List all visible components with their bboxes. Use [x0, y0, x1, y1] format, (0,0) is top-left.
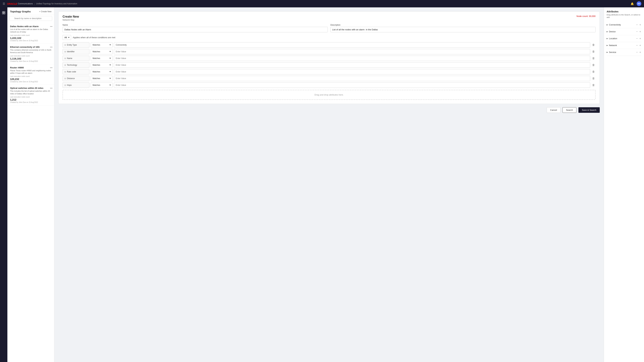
attr-group-remove-btn[interactable]: −: [636, 44, 638, 47]
attr-group-add-btn[interactable]: +: [639, 37, 641, 40]
filter-delete-button-0[interactable]: 🗑: [592, 43, 596, 47]
attr-group-remove-btn[interactable]: −: [636, 37, 638, 40]
filter-value-input-0[interactable]: [114, 42, 590, 48]
filter-matches-select-2[interactable]: Matches Does not match Contains: [91, 56, 112, 61]
name-input[interactable]: [62, 27, 328, 32]
filter-matches-select-1[interactable]: Matches Does not match Contains: [91, 49, 112, 54]
svg-rect-3: [4, 13, 5, 14]
filter-delete-button-1[interactable]: 🗑: [592, 49, 596, 54]
chevron-right-icon: ▶: [606, 51, 608, 53]
filter-matches-select-5[interactable]: Matches Does not match Contains: [91, 76, 112, 81]
sidebar-item-menu[interactable]: •••: [50, 87, 52, 89]
attr-group-actions: − +: [636, 51, 641, 54]
attr-group-add-btn[interactable]: +: [639, 44, 641, 47]
filter-delete-button-4[interactable]: 🗑: [592, 69, 596, 74]
save-search-button[interactable]: Save & Search: [578, 107, 600, 113]
filter-value-input-5[interactable]: [114, 76, 590, 81]
attr-group-header-service[interactable]: ▶ Service − +: [606, 49, 641, 56]
attr-group-left: ▶ Device: [606, 30, 616, 33]
main-layout: Topology Graphs + Create New 🔍 Dallas No…: [0, 7, 644, 362]
filter-attr-icon: ⊟: [64, 44, 66, 46]
search-button[interactable]: Search: [562, 107, 576, 113]
drag-drop-zone[interactable]: Drag and drop attributes here.: [62, 90, 596, 100]
avatar[interactable]: BS: [636, 1, 641, 6]
filter-value-input-6[interactable]: [114, 82, 590, 88]
search-wrap: 🔍: [10, 16, 52, 21]
form-title: Create New: [62, 15, 79, 18]
search-input[interactable]: [10, 16, 52, 21]
topnav-product: Communications: [18, 2, 33, 5]
attr-group-add-btn[interactable]: +: [639, 51, 641, 54]
filter-attr-icon: ⊟: [64, 71, 66, 73]
sidebar-item-count: 1,212: [10, 98, 52, 101]
filter-attr-label: Hops: [67, 84, 72, 86]
filter-rows: ⊟ Entity Type Matches Does not match Con…: [62, 42, 596, 88]
filter-delete-button-5[interactable]: 🗑: [592, 76, 596, 81]
attr-group-remove-btn[interactable]: −: [636, 51, 638, 54]
filter-value-input-1[interactable]: [114, 49, 590, 54]
filter-row: ⊟ Hops Matches Does not match Contains 🗑: [62, 82, 596, 88]
sidebar-item-menu[interactable]: •••: [50, 46, 52, 48]
topnav-divider: |: [34, 2, 35, 5]
topnav-logo: ORACLE Communications | Unified Topology…: [7, 2, 77, 5]
attributes-panel: Attributes Drag attributes to the Search…: [604, 7, 644, 362]
filter-matches-select-3[interactable]: Matches Does not match Contains: [91, 62, 112, 68]
attr-group-header-network[interactable]: ▶ Network − +: [606, 42, 641, 49]
filter-delete-button-3[interactable]: 🗑: [592, 63, 596, 67]
filter-matches-select-4[interactable]: Matches Does not match Contains: [91, 69, 112, 74]
description-field-wrap: Description: [330, 24, 596, 32]
filter-header: All Applies when all of these conditions…: [62, 35, 596, 40]
attr-group-add-btn[interactable]: +: [639, 30, 641, 33]
sidebar-item-menu[interactable]: •••: [50, 25, 52, 28]
oracle-brand: ORACLE: [7, 2, 17, 5]
name-label: Name: [62, 24, 328, 26]
attr-group-header-device[interactable]: ▶ Device − +: [606, 28, 641, 35]
sidebar-item-title: Router #4900: [10, 66, 52, 69]
filter-value-input-2[interactable]: [114, 56, 590, 61]
sidebar-item[interactable]: Optical switches within 20 miles This in…: [8, 85, 54, 105]
filter-all-select[interactable]: All: [62, 35, 71, 40]
filter-attr-6: ⊟ Hops: [62, 82, 90, 88]
description-input[interactable]: [330, 27, 596, 32]
sidebar-header: Topology Graphs + Create New: [8, 7, 54, 14]
create-form-card: Create New Network Map Node count: 30,00…: [58, 11, 600, 104]
filter-row: ⊟ Technology Matches Does not match Cont…: [62, 62, 596, 68]
sidebar-item[interactable]: Dallas Nodes with an Alarm List of all t…: [8, 23, 54, 44]
attr-group-add-btn[interactable]: +: [639, 23, 641, 26]
filter-attr-label: Distance: [67, 77, 75, 80]
sidebar-title: Topology Graphs: [10, 10, 31, 13]
create-new-button[interactable]: + Create New: [39, 10, 52, 13]
filter-matches-select-0[interactable]: Matches Does not match Contains: [91, 42, 112, 48]
form-subtitle: Network Map: [62, 19, 79, 21]
sidebar-item-menu[interactable]: •••: [50, 66, 52, 69]
sidebar-item-meta: Last execution node count: [10, 55, 52, 57]
filter-value-input-4[interactable]: [114, 69, 590, 74]
attr-group-remove-btn[interactable]: −: [636, 23, 638, 26]
attr-group-left: ▶ Service: [606, 51, 616, 53]
attr-group-remove-btn[interactable]: −: [636, 30, 638, 33]
hamburger-icon[interactable]: ☰: [3, 2, 5, 5]
filter-row: ⊟ Entity Type Matches Does not match Con…: [62, 42, 596, 48]
attr-group-name: Device: [609, 30, 616, 33]
attr-group-header-location[interactable]: ▶ Location − +: [606, 35, 641, 42]
filter-row: ⊟ Name Matches Does not match Contains 🗑: [62, 56, 596, 61]
chevron-right-icon: ▶: [606, 44, 608, 46]
sidebar-item-creator: Created by John Doe on 15 Aug'2022: [10, 81, 52, 83]
attr-group-header-connectivity[interactable]: ▶ Connectivity − +: [606, 21, 641, 28]
attr-group-left: ▶ Location: [606, 37, 617, 40]
filter-delete-button-6[interactable]: 🗑: [592, 83, 596, 87]
name-field-wrap: Name: [62, 24, 328, 32]
filter-attr-label: Identifier: [67, 50, 75, 53]
filter-matches-select-6[interactable]: Matches Does not match Contains: [91, 82, 112, 88]
sidebar-item[interactable]: Ethernet connectivity of 10G This contai…: [8, 44, 54, 64]
filter-value-input-3[interactable]: [114, 62, 590, 68]
icon-bar-map[interactable]: [0, 9, 8, 17]
attr-group-actions: − +: [636, 37, 641, 40]
sidebar-item-desc: This contains ethernet connectivity of 1…: [10, 49, 52, 54]
sidebar-item[interactable]: Router #4900 Planar Texas router #4900 a…: [8, 64, 54, 85]
topnav: ☰ ORACLE Communications | Unified Topolo…: [0, 0, 644, 7]
bell-icon[interactable]: 🔔: [630, 2, 634, 5]
cancel-button[interactable]: Cancel: [547, 107, 560, 113]
filter-attr-icon: ⊟: [64, 84, 66, 86]
filter-delete-button-2[interactable]: 🗑: [592, 56, 596, 60]
